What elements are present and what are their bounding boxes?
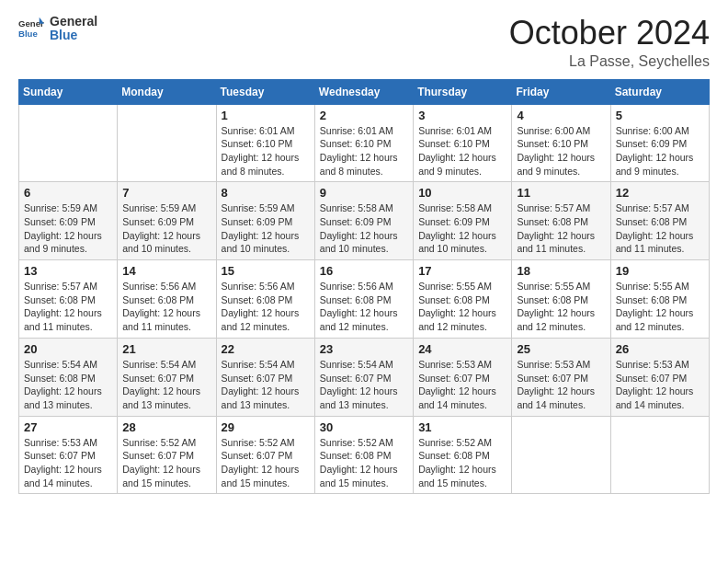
calendar-row: 27 Sunrise: 5:53 AMSunset: 6:07 PMDaylig… xyxy=(19,416,710,494)
day-number: 3 xyxy=(418,109,506,122)
table-cell: 15 Sunrise: 5:56 AMSunset: 6:08 PMDaylig… xyxy=(216,260,314,339)
table-cell: 3 Sunrise: 6:01 AMSunset: 6:10 PMDayligh… xyxy=(414,104,512,182)
table-cell: 31 Sunrise: 5:52 AMSunset: 6:08 PMDaylig… xyxy=(414,416,512,494)
table-cell: 17 Sunrise: 5:55 AMSunset: 6:08 PMDaylig… xyxy=(414,260,512,339)
day-number: 18 xyxy=(517,264,605,278)
cell-info: Sunrise: 5:58 AMSunset: 6:09 PMDaylight:… xyxy=(320,201,408,256)
day-number: 25 xyxy=(517,342,605,356)
cell-info: Sunrise: 5:52 AMSunset: 6:07 PMDaylight:… xyxy=(222,436,310,490)
day-number: 24 xyxy=(418,342,506,356)
cell-info: Sunrise: 5:52 AMSunset: 6:08 PMDaylight:… xyxy=(320,436,408,490)
day-number: 12 xyxy=(616,186,704,200)
table-cell: 4 Sunrise: 6:00 AMSunset: 6:10 PMDayligh… xyxy=(512,104,610,182)
cell-info: Sunrise: 5:55 AMSunset: 6:08 PMDaylight:… xyxy=(616,280,704,334)
col-monday: Monday xyxy=(118,79,216,104)
cell-info: Sunrise: 5:59 AMSunset: 6:09 PMDaylight:… xyxy=(24,201,112,256)
table-cell: 12 Sunrise: 5:57 AMSunset: 6:08 PMDaylig… xyxy=(610,182,709,260)
day-number: 30 xyxy=(320,420,408,434)
day-number: 6 xyxy=(24,186,112,200)
table-cell: 11 Sunrise: 5:57 AMSunset: 6:08 PMDaylig… xyxy=(512,182,610,260)
cell-info: Sunrise: 5:53 AMSunset: 6:07 PMDaylight:… xyxy=(517,358,605,412)
table-cell: 30 Sunrise: 5:52 AMSunset: 6:08 PMDaylig… xyxy=(314,416,413,494)
cell-info: Sunrise: 6:01 AMSunset: 6:10 PMDaylight:… xyxy=(222,124,310,178)
day-number: 14 xyxy=(122,264,210,278)
table-cell: 24 Sunrise: 5:53 AMSunset: 6:07 PMDaylig… xyxy=(414,338,512,416)
cell-info: Sunrise: 5:55 AMSunset: 6:08 PMDaylight:… xyxy=(418,280,506,334)
cell-info: Sunrise: 5:54 AMSunset: 6:08 PMDaylight:… xyxy=(24,358,112,412)
cell-info: Sunrise: 5:53 AMSunset: 6:07 PMDaylight:… xyxy=(616,358,704,412)
day-number: 20 xyxy=(24,342,112,356)
calendar-row: 13 Sunrise: 5:57 AMSunset: 6:08 PMDaylig… xyxy=(19,260,710,339)
table-cell: 18 Sunrise: 5:55 AMSunset: 6:08 PMDaylig… xyxy=(512,260,610,339)
cell-info: Sunrise: 5:59 AMSunset: 6:09 PMDaylight:… xyxy=(122,201,210,256)
table-cell xyxy=(512,416,610,494)
day-number: 17 xyxy=(418,264,506,278)
calendar-row: 1 Sunrise: 6:01 AMSunset: 6:10 PMDayligh… xyxy=(19,104,710,182)
logo-general-text: General xyxy=(50,15,97,29)
cell-info: Sunrise: 6:00 AMSunset: 6:10 PMDaylight:… xyxy=(517,124,605,178)
cell-info: Sunrise: 5:52 AMSunset: 6:07 PMDaylight:… xyxy=(122,436,210,490)
table-cell: 19 Sunrise: 5:55 AMSunset: 6:08 PMDaylig… xyxy=(610,260,709,339)
day-number: 4 xyxy=(517,109,605,122)
day-number: 13 xyxy=(24,264,112,278)
day-number: 21 xyxy=(122,342,210,356)
calendar-row: 20 Sunrise: 5:54 AMSunset: 6:08 PMDaylig… xyxy=(19,338,710,416)
table-cell xyxy=(118,104,216,182)
table-cell: 7 Sunrise: 5:59 AMSunset: 6:09 PMDayligh… xyxy=(118,182,216,260)
day-number: 5 xyxy=(616,109,704,122)
cell-info: Sunrise: 5:54 AMSunset: 6:07 PMDaylight:… xyxy=(222,358,310,412)
cell-info: Sunrise: 6:01 AMSunset: 6:10 PMDaylight:… xyxy=(320,124,408,178)
col-sunday: Sunday xyxy=(19,79,118,104)
cell-info: Sunrise: 5:56 AMSunset: 6:08 PMDaylight:… xyxy=(320,280,408,334)
table-cell: 5 Sunrise: 6:00 AMSunset: 6:09 PMDayligh… xyxy=(610,104,709,182)
day-number: 11 xyxy=(517,186,605,200)
col-wednesday: Wednesday xyxy=(314,79,413,104)
cell-info: Sunrise: 6:01 AMSunset: 6:10 PMDaylight:… xyxy=(418,124,506,178)
location-title: La Passe, Seychelles xyxy=(509,53,710,70)
day-number: 23 xyxy=(320,342,408,356)
table-cell: 22 Sunrise: 5:54 AMSunset: 6:07 PMDaylig… xyxy=(216,338,314,416)
day-number: 19 xyxy=(616,264,704,278)
day-number: 10 xyxy=(418,186,506,200)
logo-blue-text: Blue xyxy=(50,29,97,42)
logo: General Blue General Blue xyxy=(18,15,97,43)
table-cell: 1 Sunrise: 6:01 AMSunset: 6:10 PMDayligh… xyxy=(216,104,314,182)
cell-info: Sunrise: 5:53 AMSunset: 6:07 PMDaylight:… xyxy=(418,358,506,412)
table-cell: 27 Sunrise: 5:53 AMSunset: 6:07 PMDaylig… xyxy=(19,416,118,494)
day-number: 27 xyxy=(24,420,112,434)
table-cell: 10 Sunrise: 5:58 AMSunset: 6:09 PMDaylig… xyxy=(414,182,512,260)
calendar-row: 6 Sunrise: 5:59 AMSunset: 6:09 PMDayligh… xyxy=(19,182,710,260)
cell-info: Sunrise: 5:57 AMSunset: 6:08 PMDaylight:… xyxy=(24,280,112,334)
day-number: 31 xyxy=(418,420,506,434)
cell-info: Sunrise: 5:55 AMSunset: 6:08 PMDaylight:… xyxy=(517,280,605,334)
title-block: October 2024 La Passe, Seychelles xyxy=(509,15,710,70)
day-number: 2 xyxy=(320,109,408,122)
calendar-header-row: Sunday Monday Tuesday Wednesday Thursday… xyxy=(19,79,710,104)
calendar-table: Sunday Monday Tuesday Wednesday Thursday… xyxy=(18,79,710,495)
day-number: 28 xyxy=(122,420,210,434)
table-cell: 2 Sunrise: 6:01 AMSunset: 6:10 PMDayligh… xyxy=(314,104,413,182)
table-cell: 6 Sunrise: 5:59 AMSunset: 6:09 PMDayligh… xyxy=(19,182,118,260)
table-cell: 16 Sunrise: 5:56 AMSunset: 6:08 PMDaylig… xyxy=(314,260,413,339)
cell-info: Sunrise: 5:54 AMSunset: 6:07 PMDaylight:… xyxy=(122,358,210,412)
cell-info: Sunrise: 6:00 AMSunset: 6:09 PMDaylight:… xyxy=(616,124,704,178)
day-number: 29 xyxy=(222,420,310,434)
cell-info: Sunrise: 5:56 AMSunset: 6:08 PMDaylight:… xyxy=(222,280,310,334)
logo-icon: General Blue xyxy=(18,16,44,41)
month-title: October 2024 xyxy=(509,15,710,52)
table-cell: 9 Sunrise: 5:58 AMSunset: 6:09 PMDayligh… xyxy=(314,182,413,260)
table-cell: 8 Sunrise: 5:59 AMSunset: 6:09 PMDayligh… xyxy=(216,182,314,260)
day-number: 26 xyxy=(616,342,704,356)
table-cell: 25 Sunrise: 5:53 AMSunset: 6:07 PMDaylig… xyxy=(512,338,610,416)
col-thursday: Thursday xyxy=(414,79,512,104)
cell-info: Sunrise: 5:53 AMSunset: 6:07 PMDaylight:… xyxy=(24,436,112,490)
day-number: 7 xyxy=(122,186,210,200)
table-cell: 14 Sunrise: 5:56 AMSunset: 6:08 PMDaylig… xyxy=(118,260,216,339)
day-number: 16 xyxy=(320,264,408,278)
col-saturday: Saturday xyxy=(610,79,709,104)
day-number: 1 xyxy=(222,109,310,122)
table-cell: 21 Sunrise: 5:54 AMSunset: 6:07 PMDaylig… xyxy=(118,338,216,416)
table-cell xyxy=(19,104,118,182)
col-friday: Friday xyxy=(512,79,610,104)
table-cell: 20 Sunrise: 5:54 AMSunset: 6:08 PMDaylig… xyxy=(19,338,118,416)
